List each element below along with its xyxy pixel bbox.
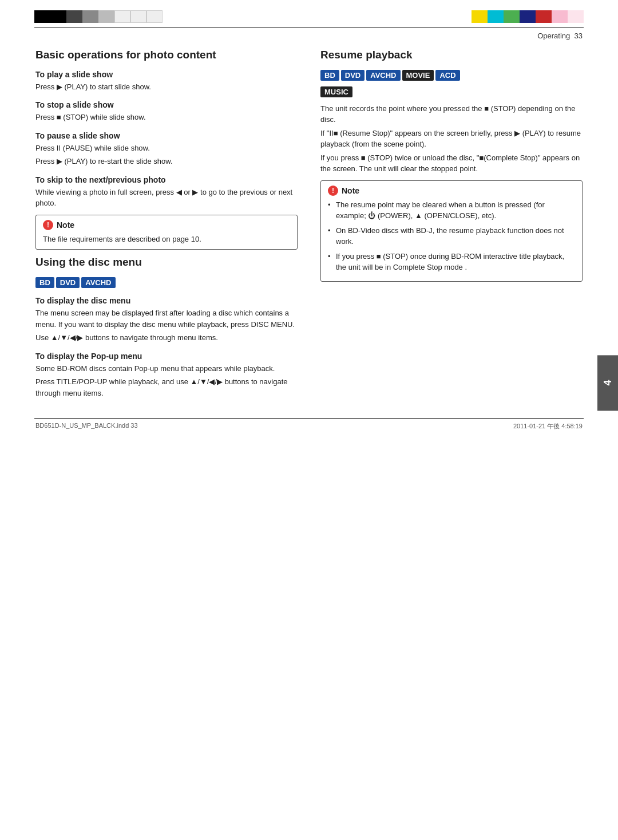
left-color-bar bbox=[34, 10, 163, 23]
color-swatch-white bbox=[114, 10, 130, 23]
badge-bd-r: BD bbox=[320, 70, 339, 81]
bottom-file-info: BD651D-N_US_MP_BALCK.indd 33 bbox=[35, 422, 138, 431]
right-column: Resume playback BD DVD AVCHD MOVIE ACD M… bbox=[320, 48, 583, 401]
section-disc-menu: Using the disc menu BD DVD AVCHD To disp… bbox=[35, 255, 298, 399]
page-number: 33 bbox=[575, 31, 583, 40]
note-bullets-right: The resume point may be cleared when a b… bbox=[328, 199, 575, 273]
badge-dvd-r: DVD bbox=[341, 70, 365, 81]
page-header: Operating 33 bbox=[0, 28, 618, 42]
note-bullet-3: If you press ■ (STOP) once during BD-ROM… bbox=[328, 251, 575, 273]
right-color-bar bbox=[472, 10, 584, 23]
color-swatch-lgray bbox=[98, 10, 114, 23]
subsec-display-disc-body2: Use ▲/▼/◀/▶ buttons to navigate through … bbox=[35, 332, 298, 344]
section-resume-playback: Resume playback BD DVD AVCHD MOVIE ACD M… bbox=[320, 48, 583, 282]
note-label-right: Note bbox=[342, 186, 359, 195]
subsec-skip-photo-title: To skip to the next/previous photo bbox=[35, 175, 298, 184]
note-icon-left: ! bbox=[43, 220, 53, 230]
section-basic-ops-title: Basic operations for photo content bbox=[35, 48, 298, 62]
color-swatch-gray bbox=[82, 10, 98, 23]
note-header-right: ! Note bbox=[328, 186, 575, 196]
side-tab: 4 Operating bbox=[597, 355, 618, 411]
bottom-date-info: 2011-01-21 午後 4:58:19 bbox=[513, 422, 583, 431]
color-swatch-yellow bbox=[472, 10, 488, 23]
resume-body3: If you press ■ (STOP) twice or unload th… bbox=[320, 152, 583, 175]
subsec-pause-slide-body2: Press ▶ (PLAY) to re-start the slide sho… bbox=[35, 156, 298, 167]
header-separator bbox=[570, 31, 574, 40]
badge-dvd: DVD bbox=[56, 277, 80, 288]
bottom-bar: BD651D-N_US_MP_BALCK.indd 33 2011-01-21 … bbox=[0, 419, 618, 434]
badge-avchd-r: AVCHD bbox=[366, 70, 400, 81]
main-content: Basic operations for photo content To pl… bbox=[0, 42, 618, 401]
color-swatch-lpink bbox=[568, 10, 584, 23]
subsec-stop-slide-title: To stop a slide show bbox=[35, 100, 298, 109]
note-bullet-1: The resume point may be cleared when a b… bbox=[328, 199, 575, 222]
resume-body2: If "II■ (Resume Stop)" appears on the sc… bbox=[320, 128, 583, 150]
color-swatch-pink bbox=[552, 10, 568, 23]
note-header-left: ! Note bbox=[43, 220, 290, 230]
color-bars bbox=[34, 10, 584, 23]
subsec-popup-body1: Some BD-ROM discs contain Pop-up menu th… bbox=[35, 363, 298, 374]
subsec-skip-photo-body: While viewing a photo in full screen, pr… bbox=[35, 187, 298, 209]
note-bullet-2: On BD-Video discs with BD-J, the resume … bbox=[328, 225, 575, 247]
side-tab-number: 4 bbox=[602, 380, 614, 386]
color-swatch-dgray bbox=[66, 10, 82, 23]
note-icon-right: ! bbox=[328, 186, 338, 196]
resume-body1: The unit records the point where you pre… bbox=[320, 103, 583, 125]
subsec-display-disc-body1: The menu screen may be displayed first a… bbox=[35, 307, 298, 330]
badge-music-r: MUSIC bbox=[320, 86, 352, 97]
subsec-play-slide-title: To play a slide show bbox=[35, 70, 298, 79]
color-swatch-red bbox=[536, 10, 552, 23]
note-box-right: ! Note The resume point may be cleared w… bbox=[320, 180, 583, 282]
subsec-stop-slide-body: Press ■ (STOP) while slide show. bbox=[35, 112, 298, 123]
resume-badges: BD DVD AVCHD MOVIE ACD bbox=[320, 70, 583, 81]
color-swatch-blue bbox=[520, 10, 536, 23]
header-section-label: Operating bbox=[537, 31, 570, 40]
badge-bd: BD bbox=[35, 277, 54, 288]
subsec-popup-title: To display the Pop-up menu bbox=[35, 352, 298, 361]
badge-movie-r: MOVIE bbox=[402, 70, 434, 81]
color-swatch-white2 bbox=[130, 10, 146, 23]
note-text-left: The file requirements are described on p… bbox=[43, 234, 290, 245]
color-swatch-green bbox=[504, 10, 520, 23]
resume-badges-row2: MUSIC bbox=[320, 86, 583, 97]
color-swatch-black2 bbox=[50, 10, 66, 23]
color-swatch-cyan bbox=[488, 10, 504, 23]
left-column: Basic operations for photo content To pl… bbox=[35, 48, 298, 401]
disc-menu-badges: BD DVD AVCHD bbox=[35, 277, 298, 288]
subsec-display-disc-title: To display the disc menu bbox=[35, 296, 298, 305]
color-swatch-white3 bbox=[146, 10, 163, 23]
badge-avchd: AVCHD bbox=[81, 277, 115, 288]
subsec-pause-slide-title: To pause a slide show bbox=[35, 131, 298, 140]
note-label-left: Note bbox=[57, 220, 74, 230]
note-box-left: ! Note The file requirements are describ… bbox=[35, 215, 298, 250]
subsec-play-slide-body: Press ▶ (PLAY) to start slide show. bbox=[35, 81, 298, 93]
badge-acd-r: ACD bbox=[435, 70, 459, 81]
section-resume-title: Resume playback bbox=[320, 48, 583, 62]
color-swatch-black bbox=[34, 10, 50, 23]
subsec-pause-slide-body1: Press II (PAUSE) while slide show. bbox=[35, 143, 298, 154]
subsec-popup-body2: Press TITLE/POP-UP while playback, and u… bbox=[35, 376, 298, 399]
section-basic-ops: Basic operations for photo content To pl… bbox=[35, 48, 298, 250]
section-disc-menu-title: Using the disc menu bbox=[35, 255, 298, 269]
